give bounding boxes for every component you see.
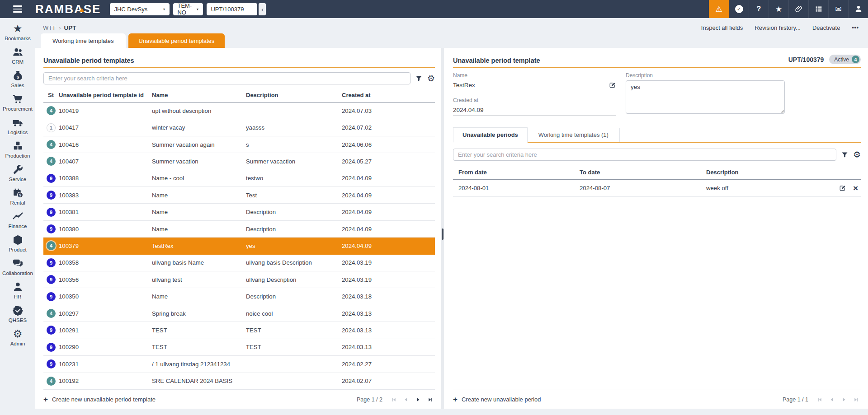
template-row-100379[interactable]: 4100379TestRexyes2024.04.09 [43,238,435,254]
template-row-100419[interactable]: 4100419upt without description2024.07.03 [43,103,435,119]
tab-unavailable-periods[interactable]: Unavailable periods [453,127,528,143]
help-icon[interactable]: ? [749,0,769,18]
template-row-100407[interactable]: 4100407Summer vacationSummer vacaction20… [43,153,435,170]
sidebar-item-crm[interactable]: CRM [0,46,35,65]
sidebar-item-finance[interactable]: Finance [0,210,35,229]
cube-icon [12,234,24,246]
action-revision-history[interactable]: Revision history... [755,24,801,31]
template-row-100290[interactable]: 9100290TESTTEST2024.03.13 [43,339,435,356]
sidebar-item-logistics[interactable]: Logistics [0,117,35,135]
page-first-button [391,397,396,402]
logo-accent-triangle [79,8,85,12]
paperclip-icon[interactable] [788,0,808,18]
chevron-down-icon: ▼ [163,8,166,11]
mail-icon[interactable]: ✉ [828,0,848,18]
edit-icon[interactable] [839,185,846,191]
template-row-100297[interactable]: 4100297Spring breaknoice cool2024.03.13 [43,305,435,322]
page-last-button[interactable] [428,397,433,402]
status-badge: 9 [47,208,56,217]
alert-triangle-icon[interactable]: ⚠ [709,0,729,18]
user-icon[interactable] [848,0,868,18]
template-row-100381[interactable]: 9100381NameDescription2024.04.09 [43,204,435,220]
breadcrumb-parent[interactable]: WTT [43,24,56,31]
page-first-button [817,397,822,402]
left-panel-title: Unavailable period templates [43,57,134,64]
topbar-icons: ⚠✓?★✉ [709,0,868,18]
list-icon[interactable] [808,0,828,18]
settings-gear-icon[interactable]: ⚙ [853,150,861,159]
boxes-icon [12,140,24,152]
template-row-100358[interactable]: 9100358ullvang basis Nameullvang basis D… [43,255,435,271]
sidebar-item-sales[interactable]: $Sales [0,70,35,88]
action-inspect-all-fields[interactable]: Inspect all fields [701,24,743,31]
period-row[interactable]: 2024-08-012024-08-07week off× [453,180,861,197]
sidebar-item-procurement[interactable]: Procurement [0,93,35,112]
close-icon[interactable]: × [853,184,858,192]
hamburger-menu-icon[interactable] [0,4,35,14]
svg-text:$: $ [16,75,19,79]
global-search-input[interactable] [207,3,257,15]
collapse-search-button[interactable]: ‹ [259,3,266,15]
right-pager: Page 1 / 1 [783,396,859,403]
status-value-badge: 4 [852,56,859,63]
filter-icon[interactable] [415,75,422,82]
system-select[interactable]: JHC DevSys▼ [110,3,170,15]
template-row-100231[interactable]: 9100231/ 1 ullvang tirsdag 2123412342024… [43,356,435,373]
page-next-button[interactable] [415,397,421,402]
filter-icon[interactable] [841,151,848,158]
settings-gear-icon[interactable]: ⚙ [427,74,435,83]
more-actions-button[interactable]: ••• [852,24,859,31]
tab-working-time-templates-count[interactable]: Working time templates (1) [528,128,620,142]
template-row-100291[interactable]: 9100291TESTTEST2024.03.13 [43,322,435,339]
star-icon[interactable]: ★ [769,0,788,18]
search-input[interactable] [43,72,410,84]
template-row-100350[interactable]: 9100350NameDescription2024.03.18 [43,288,435,305]
create-period-button[interactable]: + Create new unavailable period [453,396,541,403]
sidebar-item-collaboration[interactable]: Collaboration [0,257,35,276]
certificate-icon[interactable]: ✓ [729,0,749,18]
breadcrumb-current: UPT [64,24,76,31]
status-pill: Active 4 [829,55,861,64]
template-row-100356[interactable]: 9100356ullvang testullvang Description20… [43,271,435,288]
person-icon [12,281,24,293]
tab-unavailable-period-templates[interactable]: Unavailable period templates [128,33,225,48]
svg-text:$: $ [19,193,21,197]
badge-check-icon [12,304,24,317]
tab-working-time-templates[interactable]: Working time templates [41,33,126,48]
status-badge: 9 [47,275,56,284]
left-pager: Page 1 / 2 [357,396,433,403]
status-badge: 9 [47,174,56,183]
sidebar-item-product[interactable]: Product [0,234,35,252]
search-input[interactable] [453,149,836,161]
panel-resize-handle[interactable] [442,228,443,240]
sidebar-item-service[interactable]: Service [0,163,35,182]
description-textarea[interactable]: yes [626,80,785,114]
sidebar-item-hr[interactable]: HR [0,281,35,299]
sidebar: ★BookmarksCRM$SalesProcurementLogisticsP… [0,18,35,415]
template-row-100416[interactable]: 4100416Summer vacation agains2024.06.06 [43,136,435,153]
status-badge: 4 [47,140,56,149]
description-label: Description [626,72,785,79]
sidebar-item-admin[interactable]: ⚙Admin [0,328,35,346]
status-badge: 4 [47,309,56,318]
template-row-100417[interactable]: 1100417winter vacayyaasss2024.07.02 [43,119,435,136]
template-row-100388[interactable]: 9100388Name - cooltestwo2024.04.09 [43,170,435,187]
truck-icon [12,117,24,129]
name-field[interactable]: TestRex [453,79,616,91]
wrench-icon [12,163,24,176]
detail-fields: Name TestRex Created at 2024.04.09 Descr… [453,72,861,116]
locale-select[interactable]: TEM-NO▼ [173,3,203,15]
template-row-100192[interactable]: 4100192SRE CALENDAR 2024 BASIS2024.02.07 [43,373,435,390]
sidebar-item-bookmarks[interactable]: ★Bookmarks [0,23,35,41]
cart-icon [12,93,24,105]
sidebar-item-qhses[interactable]: QHSES [0,304,35,323]
right-pager-controls [817,397,859,402]
action-deactivate[interactable]: Deactivate [812,24,840,31]
sidebar-item-rental[interactable]: $Rental [0,187,35,205]
template-row-100380[interactable]: 9100380NameDescription2024.04.09 [43,221,435,238]
edit-icon[interactable] [609,82,616,89]
template-row-100383[interactable]: 9100383NameTest2024.04.09 [43,187,435,204]
sidebar-item-production[interactable]: Production [0,140,35,159]
main-area: WTT › UPT Inspect all fieldsRevision his… [35,18,868,415]
create-template-button[interactable]: + Create new unavailable period template [43,396,156,403]
